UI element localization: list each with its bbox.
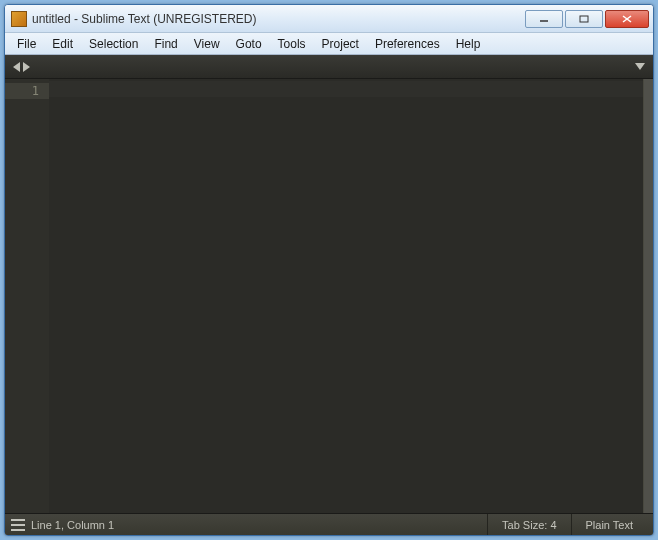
active-line-highlight — [49, 81, 643, 97]
maximize-button[interactable] — [565, 10, 603, 28]
vertical-scrollbar[interactable] — [643, 79, 653, 513]
minimize-button[interactable] — [525, 10, 563, 28]
window-controls — [525, 10, 649, 28]
menu-preferences[interactable]: Preferences — [367, 35, 448, 53]
editor-area: 1 — [5, 79, 653, 513]
scrollbar-thumb[interactable] — [644, 79, 653, 513]
editor-content: 1 Line 1, Column 1 Tab Size: 4 Plain Tex… — [5, 55, 653, 535]
close-button[interactable] — [605, 10, 649, 28]
menu-view[interactable]: View — [186, 35, 228, 53]
tab-nav — [13, 62, 30, 72]
panel-switcher-icon[interactable] — [11, 519, 25, 531]
tab-prev-icon[interactable] — [13, 62, 20, 72]
status-bar: Line 1, Column 1 Tab Size: 4 Plain Text — [5, 513, 653, 535]
menu-project[interactable]: Project — [314, 35, 367, 53]
app-window: untitled - Sublime Text (UNREGISTERED) F… — [4, 4, 654, 536]
menubar: File Edit Selection Find View Goto Tools… — [5, 33, 653, 55]
menu-selection[interactable]: Selection — [81, 35, 146, 53]
menu-goto[interactable]: Goto — [228, 35, 270, 53]
menu-edit[interactable]: Edit — [44, 35, 81, 53]
minimize-icon — [539, 15, 549, 23]
app-icon — [11, 11, 27, 27]
tab-dropdown-icon[interactable] — [635, 63, 645, 70]
status-position[interactable]: Line 1, Column 1 — [31, 519, 487, 531]
menu-tools[interactable]: Tools — [270, 35, 314, 53]
menu-find[interactable]: Find — [146, 35, 185, 53]
window-title: untitled - Sublime Text (UNREGISTERED) — [32, 12, 525, 26]
status-syntax[interactable]: Plain Text — [571, 514, 648, 535]
close-icon — [622, 15, 632, 23]
line-number: 1 — [5, 83, 49, 99]
line-gutter[interactable]: 1 — [5, 79, 49, 513]
editor-body[interactable] — [49, 79, 643, 513]
tab-bar — [5, 55, 653, 79]
status-tab-size[interactable]: Tab Size: 4 — [487, 514, 570, 535]
tab-next-icon[interactable] — [23, 62, 30, 72]
maximize-icon — [579, 15, 589, 23]
svg-rect-1 — [580, 16, 588, 22]
titlebar[interactable]: untitled - Sublime Text (UNREGISTERED) — [5, 5, 653, 33]
menu-help[interactable]: Help — [448, 35, 489, 53]
menu-file[interactable]: File — [9, 35, 44, 53]
